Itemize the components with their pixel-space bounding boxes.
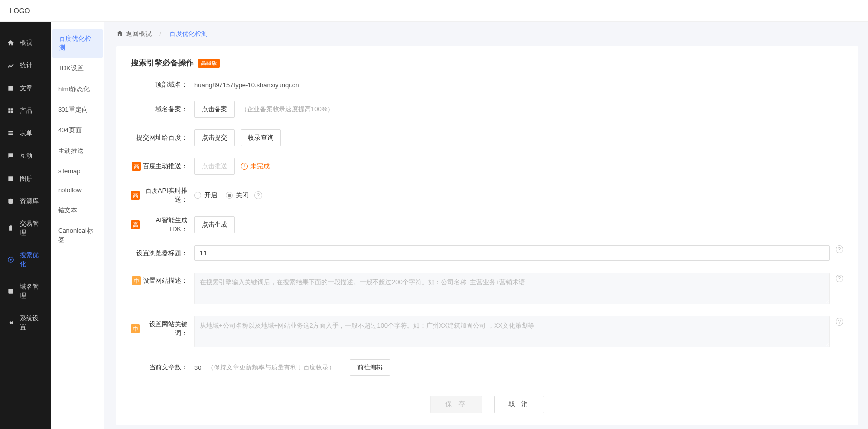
row-push: 高 百度主动推送： 点击推送 ! 未完成 <box>131 158 843 175</box>
grid-icon <box>7 107 15 115</box>
sidebar-item-label: 交易管理 <box>20 219 44 237</box>
push-label: 百度主动推送： <box>143 162 187 171</box>
breadcrumb: 返回概况 / 百度优化检测 <box>116 30 858 38</box>
globe-icon <box>7 287 15 295</box>
sidebar-item-label: 互动 <box>20 152 32 160</box>
radio-off[interactable]: 关闭 <box>226 191 248 200</box>
submit-button[interactable]: 点击提交 <box>194 129 235 146</box>
desc-label: 设置网站描述： <box>143 276 187 285</box>
submit-label: 提交网址给百度： <box>131 133 187 142</box>
row-api: 高 百度API实时推送： 开启 关闭 ? <box>131 186 843 204</box>
list-icon <box>7 129 15 137</box>
target-icon <box>7 256 15 264</box>
sidebar-item-label: 资源库 <box>20 197 39 206</box>
pro-badge: 高级版 <box>198 59 220 68</box>
articles-edit-button[interactable]: 前往编辑 <box>350 359 390 376</box>
title-label: 设置浏览器标题： <box>131 249 187 258</box>
ai-generate-button[interactable]: 点击生成 <box>194 216 235 233</box>
sidebar-item-resource[interactable]: 资源库 <box>0 190 51 213</box>
articles-label: 当前文章数： <box>131 363 187 372</box>
breadcrumb-separator: / <box>159 31 161 38</box>
file-icon <box>7 84 15 92</box>
row-ai: 高 AI智能生成TDK： 点击生成 <box>131 216 843 234</box>
articles-count: 30 <box>194 364 201 371</box>
help-icon[interactable]: ? <box>836 318 843 326</box>
clipboard-icon <box>7 224 15 232</box>
top-bar: LOGO <box>0 0 868 22</box>
sidebar-item-overview[interactable]: 概况 <box>0 31 51 54</box>
beian-label: 域名备案： <box>131 105 187 114</box>
sub-item-baidu-check[interactable]: 百度优化检测 <box>52 29 103 58</box>
sidebar-item-gallery[interactable]: 图册 <box>0 167 51 190</box>
save-button: 保 存 <box>430 396 482 413</box>
sub-item-sitemap[interactable]: sitemap <box>51 161 104 181</box>
radio-on[interactable]: 开启 <box>194 191 217 200</box>
keyword-label: 设置网站关键词： <box>142 320 187 337</box>
keywords-textarea[interactable] <box>194 316 830 347</box>
push-status: ! 未完成 <box>241 162 270 171</box>
sub-item-nofollow[interactable]: nofollow <box>51 181 104 200</box>
help-icon[interactable]: ? <box>836 245 843 253</box>
breadcrumb-back[interactable]: 返回概况 <box>116 30 152 38</box>
sidebar-item-product[interactable]: 产品 <box>0 99 51 122</box>
sidebar-item-trade[interactable]: 交易管理 <box>0 213 51 244</box>
card-title-text: 搜索引擎必备操作 <box>131 58 194 68</box>
home-icon <box>7 39 15 47</box>
logo: LOGO <box>10 7 30 15</box>
beian-hint: （企业备案收录速度提高100%） <box>241 105 334 114</box>
sub-item-html-static[interactable]: html静态化 <box>51 79 104 99</box>
form-actions: 保 存 取 消 <box>131 396 843 413</box>
sub-item-tdk[interactable]: TDK设置 <box>51 58 104 79</box>
svg-point-1 <box>10 259 12 261</box>
image-icon <box>7 175 15 183</box>
level-tag-mid: 中 <box>132 276 141 285</box>
sub-item-push[interactable]: 主动推送 <box>51 141 104 161</box>
row-description: 中 设置网站描述： ? <box>131 273 843 304</box>
main-sidebar: 概况 统计 文章 产品 表单 互动 图册 资源库 <box>0 22 51 429</box>
sidebar-item-settings[interactable]: 系统设置 <box>0 307 51 338</box>
description-textarea[interactable] <box>194 273 830 304</box>
sub-sidebar: 百度优化检测 TDK设置 html静态化 301重定向 404页面 主动推送 s… <box>51 22 104 429</box>
level-tag-mid: 中 <box>131 324 140 333</box>
breadcrumb-current: 百度优化检测 <box>169 30 208 38</box>
sidebar-item-label: 搜索优化 <box>20 251 44 269</box>
warning-icon: ! <box>241 163 248 170</box>
sidebar-item-article[interactable]: 文章 <box>0 77 51 99</box>
sub-item-404[interactable]: 404页面 <box>51 120 104 141</box>
level-tag-high: 高 <box>131 220 140 229</box>
sidebar-item-label: 域名管理 <box>20 282 44 300</box>
title-input[interactable] <box>194 245 830 261</box>
row-title: 设置浏览器标题： ? <box>131 245 843 261</box>
help-icon[interactable]: ? <box>254 191 262 199</box>
cancel-button[interactable]: 取 消 <box>494 396 544 413</box>
radio-circle-icon <box>194 192 201 199</box>
query-button[interactable]: 收录查询 <box>241 129 281 146</box>
row-domain: 顶部域名： huang897157type-10.shanxiyunqi.cn <box>131 80 843 89</box>
help-icon[interactable]: ? <box>836 275 843 282</box>
beian-button[interactable]: 点击备案 <box>194 101 235 118</box>
sidebar-item-seo[interactable]: 搜索优化 <box>0 244 51 276</box>
sub-item-anchor[interactable]: 锚文本 <box>51 200 104 220</box>
radio-off-label: 关闭 <box>236 191 248 200</box>
row-beian: 域名备案： 点击备案 （企业备案收录速度提高100%） <box>131 101 843 118</box>
svg-rect-2 <box>8 289 13 293</box>
domain-label: 顶部域名： <box>131 80 187 89</box>
gear-icon <box>7 319 15 327</box>
sidebar-item-form[interactable]: 表单 <box>0 122 51 145</box>
sub-item-canonical[interactable]: Canonical标签 <box>51 220 104 250</box>
sub-item-301[interactable]: 301重定向 <box>51 99 104 120</box>
radio-on-label: 开启 <box>204 191 217 200</box>
level-tag-high: 高 <box>132 162 141 171</box>
sidebar-item-label: 文章 <box>20 84 32 92</box>
breadcrumb-back-label: 返回概况 <box>126 30 152 38</box>
content-area: 返回概况 / 百度优化检测 搜索引擎必备操作 高级版 顶部域名： huang89… <box>104 22 868 429</box>
push-button: 点击推送 <box>194 158 235 175</box>
api-radio-group: 开启 关闭 <box>194 191 248 200</box>
articles-hint: （保持文章更新频率与质量有利于百度收录） <box>207 363 335 372</box>
row-articles: 当前文章数： 30 （保持文章更新频率与质量有利于百度收录） 前往编辑 <box>131 359 843 376</box>
radio-circle-icon <box>226 192 233 199</box>
sidebar-item-label: 图册 <box>20 174 32 183</box>
sidebar-item-stats[interactable]: 统计 <box>0 54 51 77</box>
sidebar-item-interaction[interactable]: 互动 <box>0 145 51 167</box>
sidebar-item-domain[interactable]: 域名管理 <box>0 276 51 307</box>
